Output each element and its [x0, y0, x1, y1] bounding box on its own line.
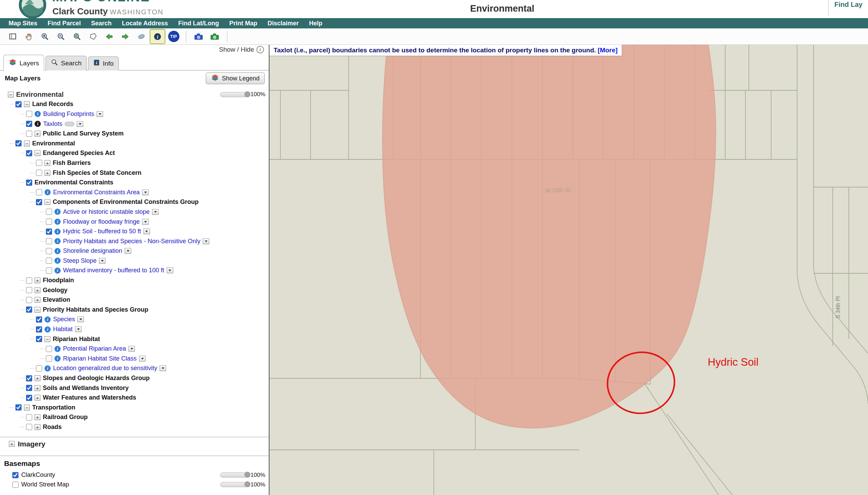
layer-checkbox[interactable] — [26, 131, 32, 137]
tree-expand-toggle[interactable]: + — [35, 385, 40, 391]
layer-checkbox[interactable] — [26, 277, 32, 284]
layer-checkbox[interactable] — [36, 316, 42, 323]
menu-item-help[interactable]: Help — [304, 20, 328, 27]
basemap-checkbox[interactable] — [12, 482, 18, 488]
camera-blue-button[interactable] — [191, 30, 206, 43]
menu-item-find-parcel[interactable]: Find Parcel — [42, 20, 86, 27]
layer-options-dropdown[interactable] — [128, 346, 135, 352]
layer-checkbox[interactable] — [26, 414, 32, 420]
layer-checkbox[interactable] — [15, 140, 22, 146]
tab-info[interactable]: iInfo — [88, 56, 119, 70]
tree-expand-toggle[interactable]: − — [24, 101, 30, 107]
tree-expand-toggle[interactable]: + — [35, 297, 40, 303]
info-icon[interactable]: i — [54, 238, 61, 244]
layer-options-dropdown[interactable] — [142, 219, 149, 225]
layer-checkbox[interactable] — [26, 395, 32, 401]
find-layer-link[interactable]: Find Lay — [834, 1, 863, 9]
layer-checkbox[interactable] — [26, 385, 32, 391]
zoom-in-tool[interactable] — [38, 30, 52, 43]
layer-checkbox[interactable] — [46, 268, 52, 274]
layer-options-dropdown[interactable] — [167, 268, 173, 273]
tip-button[interactable]: TIP — [166, 30, 181, 43]
tree-expand-toggle[interactable]: − — [35, 150, 40, 156]
imagery-section[interactable]: + Imagery — [0, 437, 269, 451]
tree-expand-toggle[interactable]: − — [24, 405, 30, 411]
info-icon[interactable]: i — [45, 365, 51, 372]
tree-expand-toggle[interactable]: − — [8, 92, 14, 97]
layer-checkbox[interactable] — [36, 365, 42, 372]
layer-label[interactable]: Environmental Constraints Area — [53, 189, 140, 196]
layer-options-dropdown[interactable] — [125, 248, 131, 254]
tree-expand-toggle[interactable]: + — [35, 131, 40, 136]
layer-label[interactable]: Location generalized due to sensitivity — [53, 365, 157, 372]
identify-tool[interactable]: i — [150, 30, 165, 43]
layer-label[interactable]: Riparian Habitat Site Class — [63, 355, 137, 362]
basemap-opacity-slider[interactable] — [220, 482, 250, 487]
tree-expand-toggle[interactable]: + — [35, 424, 40, 430]
info-icon[interactable]: i — [54, 268, 61, 274]
layer-options-dropdown[interactable] — [142, 190, 149, 195]
show-hide-link[interactable]: Show / Hide — [219, 46, 254, 53]
info-icon[interactable]: i — [54, 346, 61, 352]
info-icon[interactable]: i — [35, 111, 41, 117]
tree-expand-toggle[interactable]: − — [45, 199, 50, 205]
layer-options-dropdown[interactable] — [75, 326, 81, 332]
tree-expand-toggle[interactable]: − — [35, 307, 40, 313]
layer-label[interactable]: Steep Slope — [63, 257, 97, 264]
eraser-tool[interactable] — [134, 30, 149, 43]
info-icon[interactable]: i — [54, 229, 61, 235]
layer-options-dropdown[interactable] — [77, 316, 84, 322]
info-icon[interactable]: i — [54, 248, 61, 254]
menu-item-locate-address[interactable]: Locate Address — [117, 20, 173, 27]
menu-item-map-sites[interactable]: Map Sites — [3, 20, 42, 27]
pan-tool[interactable] — [22, 30, 36, 43]
layer-label[interactable]: Building Footprints — [43, 110, 94, 118]
info-icon[interactable]: i — [54, 258, 61, 264]
layer-checkbox[interactable] — [46, 229, 52, 235]
layer-checkbox[interactable] — [46, 355, 52, 362]
layer-checkbox[interactable] — [26, 375, 32, 381]
layer-label[interactable]: Potential Riparian Area — [63, 345, 126, 352]
info-icon[interactable]: i — [54, 355, 61, 362]
tree-expand-toggle[interactable]: + — [35, 375, 40, 381]
basemap-checkbox[interactable] — [12, 472, 18, 478]
info-icon[interactable]: i — [54, 209, 61, 215]
layer-checkbox[interactable] — [46, 238, 52, 244]
menu-item-disclaimer[interactable]: Disclaimer — [262, 20, 304, 27]
layer-label[interactable]: Priority Habitats and Species - Non-Sens… — [63, 238, 200, 245]
layer-label[interactable]: Taxlots — [43, 120, 62, 128]
show-legend-button[interactable]: Show Legend — [206, 73, 265, 84]
menu-item-find-lat-long[interactable]: Find Lat/Long — [173, 20, 224, 27]
layer-options-dropdown[interactable] — [97, 111, 103, 117]
info-icon[interactable]: i — [54, 219, 61, 225]
tab-search[interactable]: Search — [46, 56, 87, 70]
menu-item-print-map[interactable]: Print Map — [224, 20, 262, 27]
layer-checkbox[interactable] — [26, 180, 32, 186]
previous-extent-button[interactable] — [102, 30, 116, 43]
zoom-full-extent-tool[interactable] — [70, 30, 84, 43]
layer-checkbox[interactable] — [36, 336, 42, 342]
map-area[interactable]: W 26th St S 34th Pl Hydric Soil Taxlot (… — [269, 45, 868, 495]
tree-expand-toggle[interactable]: − — [45, 336, 50, 342]
layer-checkbox[interactable] — [26, 150, 32, 156]
select-shape-tool[interactable] — [86, 30, 100, 43]
extent-box-tool[interactable] — [5, 30, 20, 43]
info-icon[interactable]: i — [45, 316, 51, 323]
camera-green-button[interactable] — [207, 30, 222, 43]
layer-checkbox[interactable] — [36, 199, 42, 205]
layer-options-dropdown[interactable] — [77, 121, 83, 127]
layer-checkbox[interactable] — [46, 248, 52, 254]
layer-checkbox[interactable] — [26, 111, 32, 117]
tree-expand-toggle[interactable]: + — [35, 414, 40, 420]
more-link[interactable]: [More] — [598, 47, 618, 54]
layer-checkbox[interactable] — [36, 170, 42, 176]
layer-checkbox[interactable] — [46, 209, 52, 215]
layer-checkbox[interactable] — [26, 424, 32, 430]
layer-label[interactable]: Shoreline designation — [63, 247, 122, 255]
layer-checkbox[interactable] — [15, 404, 22, 411]
opacity-slider[interactable] — [220, 92, 250, 97]
info-icon[interactable]: i — [35, 121, 41, 127]
layer-label[interactable]: Floodway or floodway fringe — [63, 218, 140, 225]
layer-options-dropdown[interactable] — [139, 356, 146, 362]
opacity-mini-slider[interactable] — [65, 122, 74, 126]
